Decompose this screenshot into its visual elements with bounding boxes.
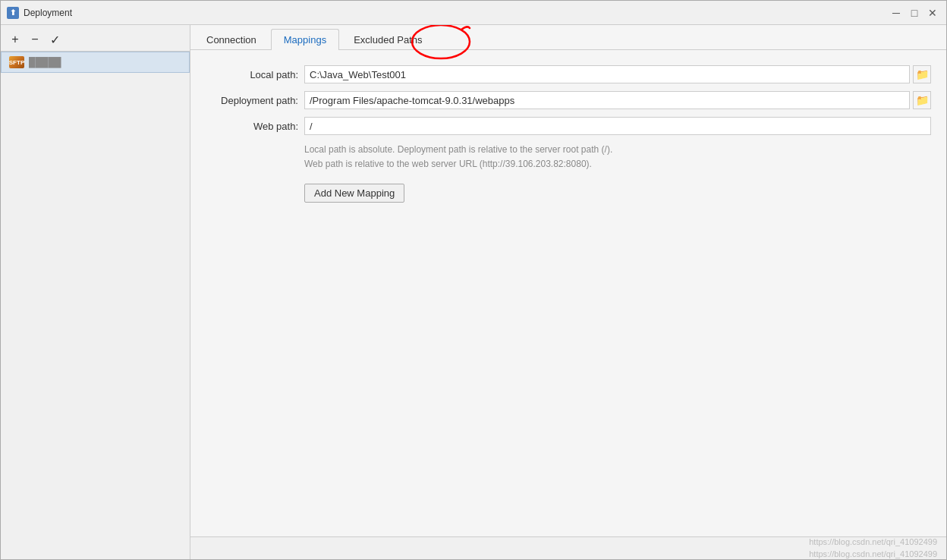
- watermark-line1: https://blog.csdn.net/qri_41092499: [809, 536, 937, 548]
- deployment-window: ⬆ Deployment ─ □ ✕ + − ✓ SFTP █████: [0, 0, 947, 560]
- local-path-row: Local path: 📁: [206, 65, 931, 83]
- maximize-button[interactable]: □: [907, 5, 922, 20]
- server-item[interactable]: SFTP █████: [1, 52, 190, 73]
- folder-icon-2: 📁: [916, 94, 929, 106]
- web-path-row: Web path:: [206, 117, 931, 135]
- remove-server-button[interactable]: −: [27, 31, 43, 48]
- main-content: + − ✓ SFTP █████ Connection: [1, 25, 946, 559]
- window-title: Deployment: [24, 8, 889, 18]
- close-button[interactable]: ✕: [925, 5, 940, 20]
- local-path-input[interactable]: [304, 65, 910, 83]
- deployment-path-input[interactable]: [304, 91, 910, 109]
- deployment-path-browse-button[interactable]: 📁: [913, 91, 931, 109]
- minimize-button[interactable]: ─: [889, 5, 904, 20]
- deployment-path-label: Deployment path:: [206, 95, 304, 106]
- sidebar-toolbar: + − ✓: [1, 28, 190, 52]
- bottom-bar: https://blog.csdn.net/qri_41092499 https…: [190, 536, 946, 559]
- local-path-input-container: 📁: [304, 65, 931, 83]
- watermark: https://blog.csdn.net/qri_41092499 https…: [809, 536, 937, 559]
- local-path-label: Local path:: [206, 69, 304, 80]
- watermark-line2: https://blog.csdn.net/qri_41092499: [809, 549, 937, 560]
- web-path-input-container: [304, 117, 931, 135]
- tabs-bar: Connection Mappings Excluded Paths: [190, 25, 946, 50]
- add-new-mapping-button[interactable]: Add New Mapping: [304, 184, 404, 203]
- folder-icon: 📁: [916, 68, 929, 80]
- info-line-2: Web path is relative to the web server U…: [304, 157, 931, 171]
- window-controls: ─ □ ✕: [889, 5, 940, 20]
- web-path-input[interactable]: [304, 117, 931, 135]
- tab-connection[interactable]: Connection: [193, 29, 269, 50]
- web-path-label: Web path:: [206, 121, 304, 132]
- title-bar: ⬆ Deployment ─ □ ✕: [1, 1, 946, 25]
- info-line-1: Local path is absolute. Deployment path …: [304, 143, 931, 157]
- sftp-icon: SFTP: [9, 56, 24, 68]
- info-text: Local path is absolute. Deployment path …: [206, 143, 931, 171]
- add-server-button[interactable]: +: [7, 31, 24, 48]
- server-name: █████: [29, 57, 61, 68]
- form-area: Local path: 📁 Deployment path: 📁: [190, 50, 946, 536]
- main-panel: Connection Mappings Excluded Paths: [190, 25, 946, 559]
- tab-excluded-paths[interactable]: Excluded Paths: [341, 29, 435, 50]
- local-path-browse-button[interactable]: 📁: [913, 65, 931, 83]
- apply-button[interactable]: ✓: [46, 31, 63, 48]
- deployment-path-row: Deployment path: 📁: [206, 91, 931, 109]
- window-icon: ⬆: [7, 7, 19, 19]
- tabs-wrapper: Connection Mappings Excluded Paths: [190, 25, 946, 50]
- tab-mappings[interactable]: Mappings: [271, 29, 339, 50]
- sidebar: + − ✓ SFTP █████: [1, 25, 190, 559]
- deployment-path-input-container: 📁: [304, 91, 931, 109]
